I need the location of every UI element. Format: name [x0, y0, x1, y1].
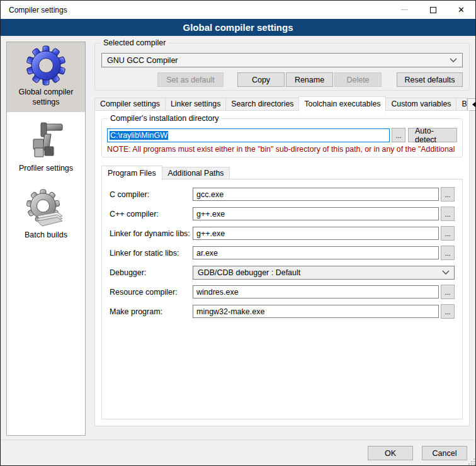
- dialog-banner: Global compiler settings: [1, 19, 475, 36]
- cpp-compiler-browse-button[interactable]: ...: [441, 207, 455, 221]
- linker-dynamic-browse-button[interactable]: ...: [441, 226, 455, 241]
- debugger-select[interactable]: GDB/CDB debugger : Default: [193, 266, 455, 280]
- tab-build-options[interactable]: Build: [456, 98, 467, 111]
- maximize-icon: [430, 7, 436, 13]
- linker-dynamic-row: Linker for dynamic libs: ...: [110, 224, 455, 243]
- installation-directory-input[interactable]: C:\raylib\MinGW: [107, 128, 390, 142]
- gray-gear-stack-icon: [26, 188, 66, 229]
- cpp-compiler-row: C++ compiler: ...: [110, 204, 455, 224]
- subtab-program-files[interactable]: Program Files: [101, 166, 162, 180]
- tab-custom-variables[interactable]: Custom variables: [385, 98, 456, 111]
- main-panel: Selected compiler GNU GCC Compiler Set a…: [94, 37, 470, 465]
- selected-compiler-group: Selected compiler GNU GCC Compiler Set a…: [94, 43, 470, 91]
- linker-dynamic-label: Linker for dynamic libs:: [110, 229, 193, 238]
- linker-static-label: Linker for static libs:: [110, 249, 193, 258]
- chevron-down-icon: [450, 58, 457, 63]
- caliper-tool-icon: [26, 122, 66, 162]
- resource-compiler-input[interactable]: [193, 285, 439, 298]
- linker-static-browse-button[interactable]: ...: [441, 246, 455, 260]
- toolchain-subtab-strip: Program Files Additional Paths: [101, 165, 463, 179]
- cpp-compiler-input[interactable]: [193, 207, 439, 220]
- window-title: Compiler settings: [1, 6, 67, 14]
- close-button[interactable]: ✕: [447, 1, 475, 19]
- resize-grip[interactable]: [468, 458, 475, 465]
- c-compiler-row: C compiler: ...: [110, 185, 455, 204]
- blue-gear-icon: [26, 45, 66, 86]
- caption-buttons: ✕: [390, 1, 475, 19]
- title-bar[interactable]: Compiler settings ✕: [1, 1, 475, 19]
- chevron-down-icon: [442, 270, 450, 275]
- settings-tab-strip: Compiler settings Linker settings Search…: [94, 96, 470, 111]
- auto-detect-button[interactable]: Auto-detect: [408, 128, 457, 142]
- resource-compiler-row: Resource compiler: ...: [110, 282, 455, 302]
- reset-defaults-button[interactable]: Reset defaults: [397, 72, 463, 87]
- linker-static-input[interactable]: [193, 246, 439, 259]
- tab-search-directories[interactable]: Search directories: [225, 98, 299, 111]
- installation-directory-value: C:\raylib\MinGW: [110, 131, 168, 140]
- make-program-input[interactable]: [193, 305, 439, 318]
- selected-compiler-group-label: Selected compiler: [101, 38, 168, 47]
- sidebar-item-profiler-settings[interactable]: Profiler settings: [7, 118, 85, 179]
- tab-compiler-settings[interactable]: Compiler settings: [94, 98, 166, 111]
- sidebar-item-label: Global compiler settings: [8, 88, 84, 107]
- banner-title: Global compiler settings: [183, 22, 293, 33]
- delete-button[interactable]: Delete: [334, 72, 382, 87]
- sidebar-item-global-compiler-settings[interactable]: Global compiler settings: [7, 42, 85, 112]
- footer-buttons: OK Cancel: [368, 446, 467, 460]
- linker-static-row: Linker for static libs: ...: [110, 243, 455, 263]
- footer-divider: [1, 440, 475, 440]
- rename-button[interactable]: Rename: [286, 72, 333, 87]
- maximize-button[interactable]: [419, 1, 447, 19]
- compiler-select[interactable]: GNU GCC Compiler: [101, 53, 463, 67]
- tab-toolchain-executables[interactable]: Toolchain executables: [298, 96, 386, 111]
- program-files-panel: C compiler: ... C++ compiler: ...: [101, 179, 463, 419]
- c-compiler-label: C compiler:: [110, 190, 193, 199]
- cpp-compiler-label: C++ compiler:: [110, 210, 193, 219]
- settings-category-list: Global compiler settings: [6, 42, 86, 436]
- compiler-buttons-row: Set as default Copy Rename Delete Reset …: [95, 72, 463, 87]
- minimize-icon: [401, 9, 408, 10]
- copy-button[interactable]: Copy: [237, 72, 285, 87]
- sidebar-item-batch-builds[interactable]: Batch builds: [7, 185, 85, 246]
- installation-directory-group: Compiler's installation directory C:\ray…: [101, 118, 463, 157]
- make-program-browse-button[interactable]: ...: [441, 304, 455, 319]
- close-icon: ✕: [458, 6, 465, 14]
- tab-scrollers: [467, 98, 476, 111]
- set-as-default-button[interactable]: Set as default: [157, 72, 224, 87]
- sidebar-item-label: Batch builds: [25, 230, 67, 241]
- tab-scroll-left-button[interactable]: [467, 98, 476, 111]
- compiler-settings-dialog: Compiler settings ✕ Global compiler sett…: [0, 0, 476, 466]
- make-program-label: Make program:: [110, 307, 193, 316]
- browse-directory-button[interactable]: ...: [392, 128, 405, 142]
- resource-compiler-browse-button[interactable]: ...: [441, 285, 455, 299]
- tab-linker-settings[interactable]: Linker settings: [165, 98, 226, 111]
- debugger-select-value: GDB/CDB debugger : Default: [198, 268, 300, 277]
- ok-button[interactable]: OK: [368, 446, 413, 460]
- toolchain-executables-page: Compiler's installation directory C:\ray…: [94, 110, 470, 426]
- minimize-button[interactable]: [390, 1, 419, 19]
- arrow-left-icon: [472, 102, 475, 107]
- bin-subdirectory-note: NOTE: All programs must exist either in …: [107, 145, 461, 154]
- compiler-select-value: GNU GCC Compiler: [107, 56, 178, 65]
- make-program-row: Make program: ...: [110, 302, 455, 321]
- c-compiler-input[interactable]: [193, 188, 439, 201]
- subtab-additional-paths[interactable]: Additional Paths: [162, 167, 230, 179]
- resource-compiler-label: Resource compiler:: [110, 288, 193, 297]
- sidebar-item-label: Profiler settings: [19, 164, 73, 174]
- installation-directory-group-label: Compiler's installation directory: [108, 114, 222, 123]
- linker-dynamic-input[interactable]: [193, 227, 439, 240]
- debugger-row: Debugger: GDB/CDB debugger : Default: [110, 263, 455, 282]
- dialog-body: Global compiler settings: [1, 37, 475, 465]
- c-compiler-browse-button[interactable]: ...: [441, 187, 455, 202]
- debugger-label: Debugger:: [110, 268, 193, 277]
- cancel-button[interactable]: Cancel: [422, 446, 467, 460]
- installation-directory-row: C:\raylib\MinGW ... Auto-detect: [107, 128, 457, 142]
